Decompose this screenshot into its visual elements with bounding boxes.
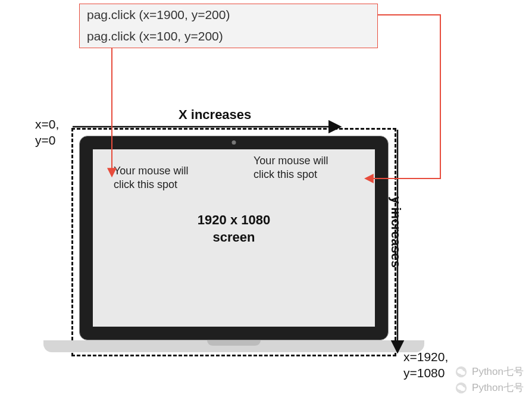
origin-x: x=0, <box>35 116 59 132</box>
code-callout-1: pag.click (x=1900, y=200) <box>79 4 378 26</box>
resolution-line1: 1920 x 1080 <box>198 212 270 230</box>
watermark-line-1: Python七号 <box>455 365 524 378</box>
hint-right: Your mouse will click this spot <box>254 154 328 182</box>
camera-dot <box>232 140 236 145</box>
origin-y: y=0 <box>35 132 59 148</box>
hint-left: Your mouse will click this spot <box>114 164 188 192</box>
wechat-icon <box>455 366 467 378</box>
watermark-text-1: Python七号 <box>472 365 524 378</box>
hint-right-line2: click this spot <box>254 168 328 181</box>
end-label: x=1920, y=1080 <box>403 349 448 381</box>
svg-point-5 <box>460 387 465 391</box>
code-callout-2: pag.click (x=100, y=200) <box>79 26 378 48</box>
watermarks: Python七号 Python七号 <box>455 362 524 394</box>
svg-point-2 <box>460 371 465 375</box>
resolution-line2: screen <box>198 229 270 246</box>
laptop-body: Your mouse will click this spot Your mou… <box>79 136 389 340</box>
watermark-text-2: Python七号 <box>472 381 524 394</box>
end-x: x=1920, <box>403 349 448 365</box>
hint-left-line1: Your mouse will <box>114 164 188 178</box>
laptop-notch <box>207 340 261 346</box>
wechat-icon <box>455 382 467 394</box>
x-increases-label: X increases <box>179 107 251 123</box>
watermark-line-2: Python七号 <box>455 381 524 394</box>
end-y: y=1080 <box>403 365 448 381</box>
laptop-screen: Your mouse will click this spot Your mou… <box>93 149 375 327</box>
laptop-base <box>43 340 424 352</box>
origin-label: x=0, y=0 <box>35 116 59 149</box>
hint-right-line1: Your mouse will <box>254 154 328 168</box>
screen-resolution-text: 1920 x 1080 screen <box>198 212 270 246</box>
hint-left-line2: click this spot <box>114 178 188 192</box>
